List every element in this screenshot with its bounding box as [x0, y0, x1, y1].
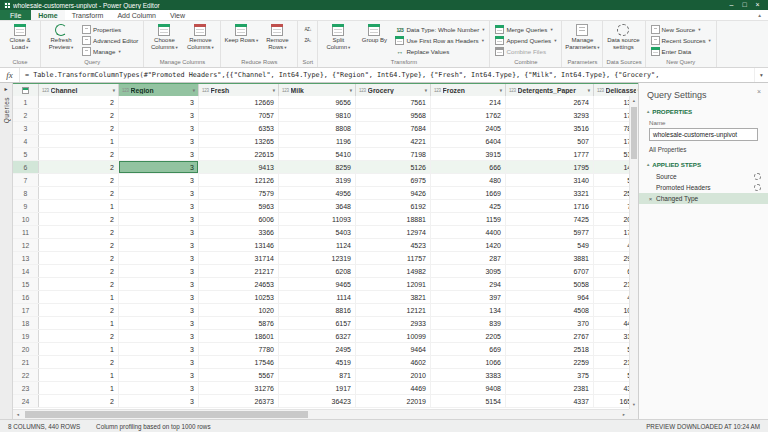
- cell-r17-detergents-paper[interactable]: 4508: [506, 304, 594, 316]
- scroll-down-icon[interactable]: [630, 400, 638, 409]
- cell-r22-region[interactable]: 3: [119, 369, 199, 381]
- cell-r20-channel[interactable]: 1: [39, 343, 119, 355]
- cell-r23-milk[interactable]: 1917: [279, 382, 356, 394]
- cell-r18-detergents-paper[interactable]: 370: [506, 317, 594, 329]
- cell-r20-grocery[interactable]: 9464: [356, 343, 431, 355]
- cell-r16-frozen[interactable]: 397: [431, 291, 506, 303]
- menu-tab-view[interactable]: View: [163, 10, 192, 20]
- cell-r15-fresh[interactable]: 24653: [199, 278, 279, 290]
- refresh-preview-button[interactable]: Refresh Preview▾: [44, 23, 78, 51]
- cell-r20-frozen[interactable]: 669: [431, 343, 506, 355]
- cell-r23-channel[interactable]: 1: [39, 382, 119, 394]
- cell-r17-fresh[interactable]: 1020: [199, 304, 279, 316]
- filter-icon[interactable]: ▾: [273, 88, 275, 93]
- cell-r10-fresh[interactable]: 6006: [199, 213, 279, 225]
- cell-r21-frozen[interactable]: 1066: [431, 356, 506, 368]
- cell-r6-fresh[interactable]: 9413: [199, 161, 279, 173]
- row-number[interactable]: 19: [13, 330, 39, 342]
- cell-r12-milk[interactable]: 1124: [279, 239, 356, 251]
- vertical-scroll-thumb[interactable]: [631, 107, 637, 159]
- cell-r8-frozen[interactable]: 1669: [431, 187, 506, 199]
- queries-pane-label[interactable]: Queries: [3, 97, 10, 123]
- data-source-settings-button[interactable]: Data source settings: [606, 23, 640, 50]
- replace-values-button[interactable]: Replace Values: [393, 46, 486, 57]
- cell-r11-grocery[interactable]: 12974: [356, 226, 431, 238]
- append-queries-button[interactable]: Append Queries▾: [493, 35, 558, 46]
- cell-r21-channel[interactable]: 2: [39, 356, 119, 368]
- filter-icon[interactable]: ▾: [193, 88, 195, 93]
- cell-r16-milk[interactable]: 1114: [279, 291, 356, 303]
- row-number[interactable]: 16: [13, 291, 39, 303]
- cell-r11-region[interactable]: 3: [119, 226, 199, 238]
- cell-r24-fresh[interactable]: 26373: [199, 395, 279, 407]
- cell-r23-region[interactable]: 3: [119, 382, 199, 394]
- row-number[interactable]: 20: [13, 343, 39, 355]
- query-name-input[interactable]: wholesale-customers-unpivot: [649, 128, 758, 141]
- cell-r22-milk[interactable]: 871: [279, 369, 356, 381]
- cell-r1-fresh[interactable]: 12669: [199, 96, 279, 108]
- column-header-grocery[interactable]: 123Grocery▾: [356, 84, 431, 96]
- menu-tab-file[interactable]: File: [0, 10, 31, 20]
- cell-r4-region[interactable]: 3: [119, 135, 199, 147]
- row-number[interactable]: 15: [13, 278, 39, 290]
- row-number[interactable]: 24: [13, 395, 39, 407]
- column-header-delicassen[interactable]: 123Delicassen▾: [594, 84, 638, 96]
- cell-r24-milk[interactable]: 36423: [279, 395, 356, 407]
- cell-r19-fresh[interactable]: 18601: [199, 330, 279, 342]
- menu-tab-add-column[interactable]: Add Column: [110, 10, 163, 20]
- sort-descending-button[interactable]: [301, 35, 314, 46]
- sort-ascending-button[interactable]: [301, 24, 314, 35]
- cell-r7-frozen[interactable]: 480: [431, 174, 506, 186]
- cell-r11-milk[interactable]: 5403: [279, 226, 356, 238]
- filter-icon[interactable]: ▾: [113, 88, 115, 93]
- cell-r14-detergents-paper[interactable]: 6707: [506, 265, 594, 277]
- horizontal-scrollbar[interactable]: [13, 409, 629, 419]
- cell-r11-frozen[interactable]: 4400: [431, 226, 506, 238]
- cell-r24-detergents-paper[interactable]: 4337: [506, 395, 594, 407]
- cell-r3-region[interactable]: 3: [119, 122, 199, 134]
- cell-r8-detergents-paper[interactable]: 3321: [506, 187, 594, 199]
- cell-r10-frozen[interactable]: 1159: [431, 213, 506, 225]
- row-number[interactable]: 23: [13, 382, 39, 394]
- cell-r12-frozen[interactable]: 1420: [431, 239, 506, 251]
- cell-r1-grocery[interactable]: 7561: [356, 96, 431, 108]
- recent-sources-button[interactable]: Recent Sources▾: [649, 35, 713, 46]
- cell-r19-grocery[interactable]: 10099: [356, 330, 431, 342]
- combine-files-button[interactable]: Combine Files: [493, 46, 558, 57]
- cell-r23-fresh[interactable]: 31276: [199, 382, 279, 394]
- choose-columns-button[interactable]: Choose Columns▾: [147, 23, 181, 51]
- cell-r12-region[interactable]: 3: [119, 239, 199, 251]
- row-number[interactable]: 13: [13, 252, 39, 264]
- cell-r16-fresh[interactable]: 10253: [199, 291, 279, 303]
- cell-r4-frozen[interactable]: 6404: [431, 135, 506, 147]
- row-number[interactable]: 2: [13, 109, 39, 121]
- cell-r15-detergents-paper[interactable]: 5058: [506, 278, 594, 290]
- scroll-up-icon[interactable]: [630, 96, 638, 105]
- cell-r7-fresh[interactable]: 12126: [199, 174, 279, 186]
- cell-r12-detergents-paper[interactable]: 549: [506, 239, 594, 251]
- cell-r14-region[interactable]: 3: [119, 265, 199, 277]
- cell-r7-grocery[interactable]: 6975: [356, 174, 431, 186]
- cell-r4-milk[interactable]: 1196: [279, 135, 356, 147]
- column-header-channel[interactable]: 123Channel▾: [39, 84, 119, 96]
- filter-icon[interactable]: ▾: [588, 88, 590, 93]
- cell-r9-region[interactable]: 3: [119, 200, 199, 212]
- manage-button[interactable]: Manage▾: [80, 46, 140, 57]
- cell-r5-frozen[interactable]: 3915: [431, 148, 506, 160]
- cell-r2-channel[interactable]: 2: [39, 109, 119, 121]
- cell-r8-region[interactable]: 3: [119, 187, 199, 199]
- properties-button[interactable]: Properties: [80, 24, 140, 35]
- filter-icon[interactable]: ▾: [425, 88, 427, 93]
- formula-input[interactable]: = Table.TransformColumnTypes(#"Promoted …: [20, 68, 754, 82]
- cell-r10-milk[interactable]: 11093: [279, 213, 356, 225]
- properties-section-header[interactable]: ▴ PROPERTIES: [639, 105, 768, 117]
- cell-r14-channel[interactable]: 2: [39, 265, 119, 277]
- row-number[interactable]: 22: [13, 369, 39, 381]
- filter-icon[interactable]: ▾: [500, 88, 502, 93]
- cell-r21-grocery[interactable]: 4602: [356, 356, 431, 368]
- cell-r19-detergents-paper[interactable]: 2767: [506, 330, 594, 342]
- cell-r4-channel[interactable]: 1: [39, 135, 119, 147]
- cell-r21-milk[interactable]: 4519: [279, 356, 356, 368]
- row-number[interactable]: 14: [13, 265, 39, 277]
- cell-r6-milk[interactable]: 8259: [279, 161, 356, 173]
